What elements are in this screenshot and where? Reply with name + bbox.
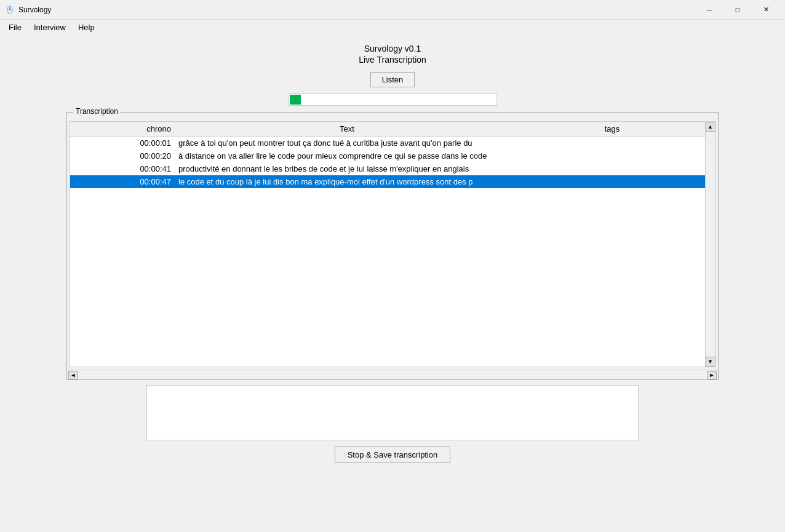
menu-interview[interactable]: Interview xyxy=(28,22,72,33)
cell-chrono: 00:00:01 xyxy=(113,137,175,150)
cell-chrono: 00:00:47 xyxy=(113,175,175,188)
cell-empty xyxy=(70,149,113,162)
cell-tags xyxy=(519,137,705,150)
scroll-up-button[interactable]: ▲ xyxy=(706,122,715,132)
minimize-button[interactable]: ─ xyxy=(695,0,723,20)
table-wrapper: chrono Text tags 00:00:01grâce à toi qu'… xyxy=(70,122,705,367)
listen-button[interactable]: Listen xyxy=(370,72,415,87)
scroll-left-button[interactable]: ◄ xyxy=(68,371,78,379)
vertical-scrollbar: ▲ ▼ xyxy=(705,122,715,367)
h-scroll-track xyxy=(78,371,707,379)
cell-tags xyxy=(519,162,705,175)
menu-file[interactable]: File xyxy=(2,22,28,33)
transcription-table: chrono Text tags 00:00:01grâce à toi qu'… xyxy=(70,122,705,188)
title-bar-controls: ─ □ ✕ xyxy=(695,0,780,20)
transcription-group: Transcription chrono Text tags 00:00:01g… xyxy=(66,112,719,380)
app-title: Survology v0.1 xyxy=(364,44,421,54)
transcription-tbody: 00:00:01grâce à toi qu'on peut montrer t… xyxy=(70,137,705,189)
cell-empty xyxy=(70,162,113,175)
transcription-legend: Transcription xyxy=(73,107,121,116)
cell-chrono: 00:00:41 xyxy=(113,162,175,175)
listen-button-wrapper: Listen xyxy=(370,72,415,87)
table-row[interactable]: 00:00:20à distance on va aller lire le c… xyxy=(70,149,705,162)
table-header-row: chrono Text tags xyxy=(70,122,705,137)
menu-help[interactable]: Help xyxy=(72,22,101,33)
cell-chrono: 00:00:20 xyxy=(113,149,175,162)
app-subtitle: Live Transcription xyxy=(359,55,426,65)
maximize-button[interactable]: □ xyxy=(723,0,752,20)
transcription-table-container: chrono Text tags 00:00:01grâce à toi qu'… xyxy=(70,121,715,367)
app-icon xyxy=(5,5,15,15)
table-row[interactable]: 00:00:47le code et du coup là je lui dis… xyxy=(70,175,705,188)
col-header-tags: tags xyxy=(519,122,705,137)
scroll-down-button[interactable]: ▼ xyxy=(706,357,715,367)
horizontal-scrollbar: ◄ ► xyxy=(67,370,718,379)
scroll-track xyxy=(706,132,715,357)
title-bar-title: Survology xyxy=(18,6,695,14)
cell-tags xyxy=(519,149,705,162)
close-button[interactable]: ✕ xyxy=(752,0,780,20)
stop-save-wrapper: Stop & Save transcription xyxy=(335,447,451,463)
col-header-text: Text xyxy=(175,122,519,137)
cell-empty xyxy=(70,175,113,188)
title-bar: Survology ─ □ ✕ xyxy=(0,0,785,20)
progress-indicator xyxy=(290,95,301,105)
progress-bar xyxy=(288,93,497,106)
cell-text: à distance on va aller lire le code pour… xyxy=(175,149,519,162)
scroll-right-button[interactable]: ► xyxy=(707,371,717,379)
cell-empty xyxy=(70,137,113,150)
cell-text: productivité en donnant le les bribes de… xyxy=(175,162,519,175)
table-row[interactable]: 00:00:41productivité en donnant le les b… xyxy=(70,162,705,175)
notes-textarea[interactable] xyxy=(146,385,639,440)
stop-save-button[interactable]: Stop & Save transcription xyxy=(335,447,451,463)
table-row[interactable]: 00:00:01grâce à toi qu'on peut montrer t… xyxy=(70,137,705,150)
cell-tags xyxy=(519,175,705,188)
cell-text: le code et du coup là je lui dis bon ma … xyxy=(175,175,519,188)
cell-text: grâce à toi qu'on peut montrer tout ça d… xyxy=(175,137,519,150)
menu-bar: File Interview Help xyxy=(0,20,785,34)
col-header-chrono: chrono xyxy=(113,122,175,137)
main-content: Survology v0.1 Live Transcription Listen… xyxy=(0,34,785,532)
col-header-empty xyxy=(70,122,113,137)
